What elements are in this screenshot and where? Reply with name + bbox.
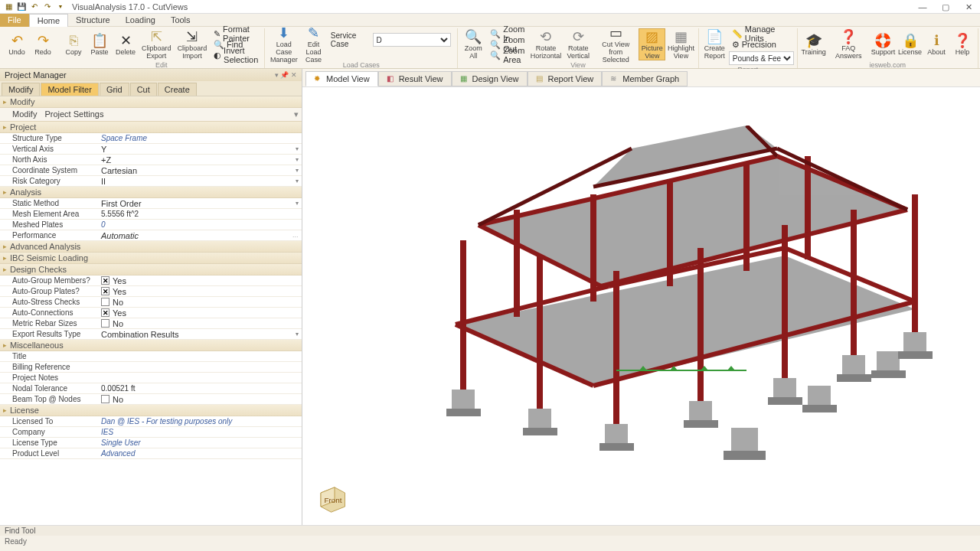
maximize-button[interactable]: ▢ <box>934 0 957 14</box>
tab-structure[interactable]: Structure <box>68 14 118 27</box>
qat-redo-icon[interactable]: ↷ <box>42 2 53 12</box>
perf-value[interactable]: Automatic… <box>98 231 302 240</box>
zoom-all-icon: 🔍 <box>465 29 482 44</box>
pm-license-header[interactable]: License <box>0 405 302 416</box>
pm-analysis-header[interactable]: Analysis <box>0 187 302 198</box>
precision-button[interactable]: ⚙Precision <box>729 39 794 50</box>
minimize-button[interactable]: — <box>911 0 934 14</box>
service-case-select[interactable]: D <box>373 33 452 47</box>
undo-button[interactable]: ↶Undo <box>5 28 29 60</box>
pm-pin-icon[interactable]: ▾ 📌 ✕ <box>275 71 297 79</box>
create-report-button[interactable]: 📄Create Report <box>702 28 727 60</box>
invert-selection-button[interactable]: ◐Invert Selection <box>211 50 261 60</box>
pm-tab-create[interactable]: Create <box>158 83 197 96</box>
svg-rect-39 <box>523 428 557 435</box>
pm-design-header[interactable]: Design Checks <box>0 264 302 276</box>
tab-result-view[interactable]: ◧Result View <box>378 71 452 86</box>
tab-model-view[interactable]: ✹Model View <box>305 71 378 86</box>
tab-report-view[interactable]: ▤Report View <box>528 71 603 86</box>
edit-load-case-button[interactable]: ✎Edit Load Case <box>301 28 325 60</box>
picture-view-button[interactable]: ▨Picture View <box>639 28 665 60</box>
load-case-manager-button[interactable]: ⬇Load Case Manager <box>268 28 299 60</box>
navigation-cube[interactable]: Front <box>314 479 348 514</box>
delete-button[interactable]: ✕Delete <box>113 28 138 60</box>
redo-icon: ↷ <box>38 33 49 48</box>
pm-tab-cut[interactable]: Cut <box>130 83 157 96</box>
faq-button[interactable]: ❓FAQ Answers <box>828 28 869 60</box>
highlight-view-button[interactable]: ▦Highlight View <box>667 28 695 60</box>
agplates-value[interactable]: ✕Yes <box>98 287 302 296</box>
redo-button[interactable]: ↷Redo <box>31 28 55 60</box>
units-select[interactable]: Pounds & Feet <box>729 51 794 65</box>
copy-button[interactable]: ⎘Copy <box>61 28 86 60</box>
naxis-value[interactable]: +Z▾ <box>98 155 302 165</box>
pm-adv-header[interactable]: Advanced Analysis <box>0 241 302 253</box>
ac-value[interactable]: ✕Yes <box>98 308 302 318</box>
mesh-area-value[interactable]: 5.5556 ft^2 <box>98 210 302 218</box>
clipboard-export-button[interactable]: ⇱Clipboard Export <box>139 28 174 60</box>
svg-rect-41 <box>684 420 718 428</box>
pm-modify-header[interactable]: Modify <box>0 96 302 108</box>
manage-units-button[interactable]: 📏Manage Units <box>729 28 794 39</box>
highlight-icon: ▦ <box>675 29 688 44</box>
project-manager-panel: Project Manager ▾ 📌 ✕ Modify Model Filte… <box>0 69 302 525</box>
model-canvas[interactable]: Front <box>302 87 980 525</box>
vaxis-value[interactable]: Y▾ <box>98 145 302 154</box>
help-button[interactable]: ❓Help <box>950 28 975 60</box>
find-tool-bar[interactable]: Find Tool <box>0 525 980 536</box>
pm-settings-link[interactable]: Project Settings <box>44 109 103 119</box>
agmem-value[interactable]: ✕Yes <box>98 276 302 285</box>
qat-save-icon[interactable]: 💾 <box>16 2 27 12</box>
risk-value[interactable]: II▾ <box>98 177 302 186</box>
static-value[interactable]: First Order▾ <box>98 199 302 208</box>
pm-modify-link[interactable]: Modify <box>12 109 37 119</box>
struct-type-value[interactable]: Space Frame <box>98 134 302 142</box>
company-value: IES <box>98 428 302 436</box>
member-graph-icon: ≋ <box>610 74 619 83</box>
pm-tab-modify[interactable]: Modify <box>2 83 40 96</box>
format-painter-button[interactable]: ✎Format Painter <box>211 28 261 39</box>
nodal-label: Nodal Tolerance <box>0 384 98 393</box>
view-area: ✹Model View ◧Result View ▦Design View ▤R… <box>302 69 980 525</box>
cut-view-button[interactable]: ▭Cut View from Selected <box>594 28 637 60</box>
clipboard-import-button[interactable]: ⇲Clipboard Import <box>175 28 209 60</box>
license-icon: 🔒 <box>902 33 919 48</box>
zoom-all-button[interactable]: 🔍Zoom All <box>461 28 485 60</box>
rebar-value[interactable]: No <box>98 319 302 328</box>
support-button[interactable]: 🛟Support <box>871 28 896 60</box>
beam-value[interactable]: No <box>98 395 302 404</box>
title-bar: ▦ 💾 ↶ ↷ ▼ VisualAnalysis 17.0 - CutViews… <box>0 0 980 14</box>
pm-misc-header[interactable]: Miscellaneous <box>0 340 302 351</box>
pm-tab-grid[interactable]: Grid <box>100 83 129 96</box>
rotate-vertical-button[interactable]: ⟳Rotate Vertical <box>564 28 593 60</box>
zoom-area-button[interactable]: 🔍Zoom Area <box>487 50 528 60</box>
license-button[interactable]: 🔒License <box>897 28 923 60</box>
pm-modify-dd-icon[interactable]: ▾ <box>294 109 299 119</box>
close-button[interactable]: ✕ <box>957 0 980 14</box>
pm-ibc-header[interactable]: IBC Seismic Loading <box>0 253 302 264</box>
qat-undo-icon[interactable]: ↶ <box>29 2 40 12</box>
about-button[interactable]: ℹAbout <box>924 28 949 60</box>
pm-tab-model-filter[interactable]: Model Filter <box>41 83 98 96</box>
tab-loading[interactable]: Loading <box>118 14 163 27</box>
prod-value: Advanced <box>98 449 302 458</box>
export-value[interactable]: Combination Results▾ <box>98 330 302 339</box>
tab-home[interactable]: Home <box>29 14 68 27</box>
help-icon: ❓ <box>954 33 971 48</box>
company-label: Company <box>0 428 98 436</box>
paste-button[interactable]: 📋Paste <box>87 28 112 60</box>
pm-project-header[interactable]: Project <box>0 122 302 133</box>
nodal-value[interactable]: 0.00521 ft <box>98 384 302 393</box>
file-menu[interactable]: File <box>0 14 29 27</box>
tab-tools[interactable]: Tools <box>163 14 198 27</box>
asc-value[interactable]: No <box>98 298 302 307</box>
qat-dropdown-icon[interactable]: ▼ <box>55 2 66 12</box>
pm-title-bar: Project Manager ▾ 📌 ✕ <box>0 69 302 81</box>
rotate-horizontal-button[interactable]: ⟲Rotate Horizontal <box>529 28 562 60</box>
coord-value[interactable]: Cartesian▾ <box>98 166 302 175</box>
svg-rect-44 <box>802 405 837 412</box>
tab-design-view[interactable]: ▦Design View <box>452 71 528 86</box>
struct-type-label: Structure Type <box>0 134 98 142</box>
tab-member-graph[interactable]: ≋Member Graph <box>602 71 688 86</box>
training-button[interactable]: 🎓Training <box>801 28 827 60</box>
